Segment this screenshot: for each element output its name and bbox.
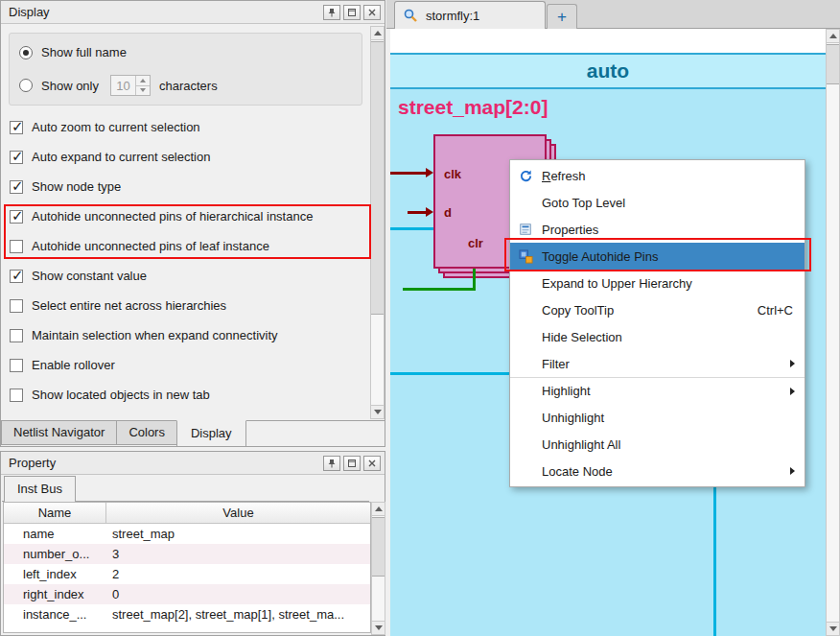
scroll-down-button[interactable] [372,621,385,634]
menu-item-copy-tooltip[interactable]: Copy ToolTip Ctrl+C [510,296,805,323]
tab-inst-bus[interactable]: Inst Bus [4,476,76,502]
menu-item-goto-top-level[interactable]: Goto Top Level [510,189,805,216]
checkbox-label: Select entire net across hierarchies [32,298,226,313]
wire-arrowhead [426,168,433,177]
spin-down-icon[interactable] [140,88,146,92]
option-show-node-type[interactable]: Show node type [1,172,369,201]
column-header-name[interactable]: Name [4,503,106,523]
pin-icon[interactable] [323,456,340,471]
netlist-viewer-icon [403,8,418,23]
menu-item-hide-selection[interactable]: Hide Selection [510,323,805,350]
checkbox[interactable] [10,329,23,342]
menu-item-highlight[interactable]: Highlight [510,377,805,404]
table-row[interactable]: namestreet_map [4,524,370,544]
table-row[interactable]: number_o...3 [4,544,370,564]
float-icon[interactable] [343,456,361,471]
option-enable-rollover[interactable]: Enable rollover [1,350,369,380]
option-autohide-hierarchical[interactable]: Autohide unconnected pins of hierarchica… [1,201,369,231]
menu-label: Locate Node [542,464,790,479]
checkbox[interactable] [10,121,23,134]
option-show-located[interactable]: Show located objects in new tab [1,380,369,410]
menu-label: Expand to Upper Hierarchy [542,276,797,291]
menu-item-filter[interactable]: Filter [510,350,805,377]
display-scrollbar[interactable] [370,26,385,419]
tab-netlist-navigator[interactable]: Netlist Navigator [1,421,117,445]
partition-label: auto [587,59,629,82]
cell-value: 3 [106,547,370,561]
scroll-down-button[interactable] [371,405,384,418]
stepper-arrows[interactable] [135,76,150,95]
port-d: d [444,205,452,220]
menu-item-unhighlight[interactable]: Unhighlight [510,404,805,431]
option-select-entire-net[interactable]: Select entire net across hierarchies [1,291,369,320]
net-wire-clk[interactable] [390,172,428,175]
table-row[interactable]: instance_...street_map[2], street_map[1]… [4,604,370,624]
characters-value: 10 [111,79,135,93]
radio-label: Show only [41,79,99,93]
checkbox-label: Show constant value [32,269,147,283]
menu-label: Copy ToolTip [542,303,758,318]
option-auto-expand[interactable]: Auto expand to current selection [1,142,369,172]
checkbox[interactable] [10,210,23,224]
pin-icon[interactable] [323,5,340,20]
port-clr: clr [468,236,483,250]
schematic-canvas[interactable]: auto street_map[2:0] clk d clr Refresh G… [390,29,826,636]
port-clk: clk [444,167,461,181]
menu-item-properties[interactable]: Properties [510,216,805,243]
option-show-constant[interactable]: Show constant value [1,261,369,291]
scroll-thumb[interactable] [372,517,385,577]
menu-item-expand-to-upper-hierarchy[interactable]: Expand to Upper Hierarchy [510,270,805,296]
net-wire-clr[interactable] [403,288,476,291]
menu-item-locate-node[interactable]: Locate Node [510,458,805,484]
net-wire-d[interactable] [408,211,428,214]
radio-show-full-name[interactable] [19,46,33,59]
menu-label: Unhighlight [542,411,797,425]
scroll-up-button[interactable] [827,30,839,43]
checkbox[interactable] [10,389,23,402]
scroll-up-button[interactable] [372,503,385,516]
checkbox[interactable] [10,180,23,194]
table-row[interactable]: left_index2 [4,564,370,584]
checkbox[interactable] [10,299,23,313]
column-header-value[interactable]: Value [106,503,370,523]
net-wire-selected[interactable] [390,227,433,230]
tab-colors[interactable]: Colors [116,421,177,445]
cell-value: 2 [106,567,370,581]
spin-up-icon[interactable] [140,79,146,82]
radio-show-only[interactable] [19,79,33,92]
scroll-thumb[interactable] [827,44,839,84]
menu-label: Hide Selection [542,330,797,344]
close-icon[interactable] [363,456,381,471]
checkbox[interactable] [10,359,23,372]
tab-stormfly[interactable]: stormfly:1 [394,1,546,29]
checkbox-label: Autohide unconnected pins of leaf instan… [32,239,269,253]
checkbox[interactable] [10,151,23,164]
float-icon[interactable] [343,5,361,20]
menu-item-unhighlight-all[interactable]: Unhighlight All [510,431,805,458]
bus-label[interactable]: street_map[2:0] [398,96,548,119]
option-maintain-selection[interactable]: Maintain selection when expand connectiv… [1,320,369,350]
property-scrollbar[interactable] [371,502,385,635]
viewer-scrollbar[interactable] [826,29,840,636]
scroll-up-button[interactable] [371,27,384,40]
display-panel-tabbar: Netlist Navigator Colors Display [1,420,385,447]
new-tab-button[interactable]: + [547,4,577,29]
checkbox[interactable] [10,240,23,253]
scroll-down-button[interactable] [827,622,839,635]
table-row[interactable]: right_index0 [4,584,370,604]
option-autohide-leaf[interactable]: Autohide unconnected pins of leaf instan… [1,231,369,261]
menu-item-toggle-autohide-pins[interactable]: Toggle Autohide Pins [510,243,805,270]
checkbox[interactable] [10,270,23,283]
close-icon[interactable] [363,5,381,20]
menu-shortcut: Ctrl+C [758,303,793,318]
refresh-icon [515,167,536,184]
characters-stepper[interactable]: 10 [110,75,151,96]
menu-item-refresh[interactable]: Refresh [510,162,805,189]
radio-row-show-only: Show only 10 characters [19,75,218,96]
option-auto-zoom[interactable]: Auto zoom to current selection [1,112,369,142]
characters-suffix-label: characters [159,79,218,93]
cell-name: name [4,527,106,541]
scroll-thumb[interactable] [371,41,384,315]
property-panel: Property Inst Bus Name Value namestreet_… [0,451,385,636]
tab-display[interactable]: Display [176,420,246,447]
